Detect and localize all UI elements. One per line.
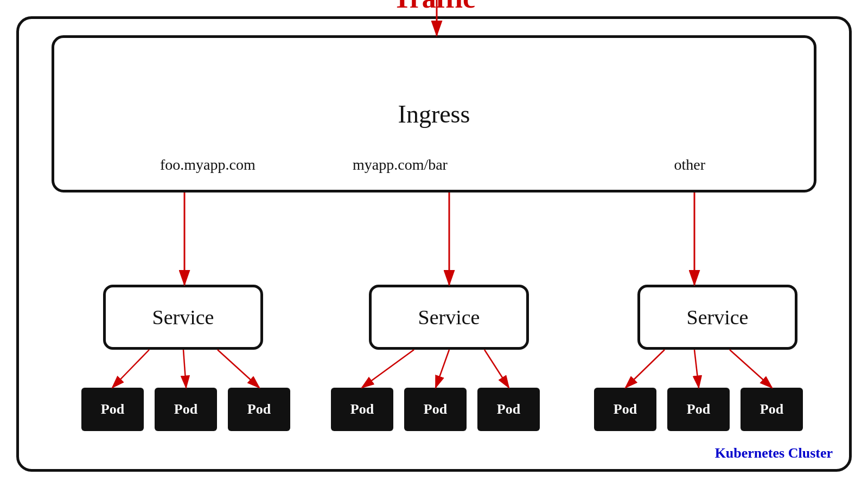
- pod-1-3: Pod: [228, 388, 290, 431]
- pod-2-2: Pod: [404, 388, 467, 431]
- pod-label-3-2: Pod: [687, 401, 710, 418]
- kubernetes-cluster-border: Traffic Ingress foo.myapp.com myapp.com/…: [16, 16, 852, 472]
- pod-3-1: Pod: [594, 388, 656, 431]
- svg-line-7: [218, 350, 259, 388]
- pod-2-3: Pod: [477, 388, 540, 431]
- svg-line-11: [626, 350, 665, 388]
- service-label-1: Service: [152, 305, 214, 329]
- pod-1-2: Pod: [155, 388, 217, 431]
- traffic-label: Traffic: [393, 0, 475, 14]
- pod-label-2-3: Pod: [497, 401, 520, 418]
- pod-2-1: Pod: [331, 388, 393, 431]
- svg-line-5: [112, 350, 149, 388]
- pod-label-3-3: Pod: [760, 401, 783, 418]
- pod-1-1: Pod: [81, 388, 144, 431]
- pod-3-3: Pod: [741, 388, 803, 431]
- svg-line-8: [362, 350, 414, 388]
- svg-line-6: [183, 350, 186, 388]
- pod-3-2: Pod: [667, 388, 730, 431]
- ingress-label: Ingress: [398, 100, 470, 129]
- pod-label-2-2: Pod: [424, 401, 447, 418]
- pod-label-1-3: Pod: [247, 401, 271, 418]
- pod-label-3-1: Pod: [614, 401, 637, 418]
- svg-line-9: [436, 350, 449, 388]
- route1-label: foo.myapp.com: [160, 156, 256, 174]
- service-box-3: Service: [637, 285, 797, 350]
- service-label-2: Service: [418, 305, 480, 329]
- pod-label-2-1: Pod: [350, 401, 374, 418]
- svg-line-10: [484, 350, 509, 388]
- service-box-2: Service: [369, 285, 529, 350]
- service-label-3: Service: [687, 305, 749, 329]
- kubernetes-cluster-label: Kubernetes Cluster: [715, 445, 833, 461]
- pod-label-1-1: Pod: [101, 401, 124, 418]
- service-box-1: Service: [103, 285, 263, 350]
- pod-label-1-2: Pod: [174, 401, 197, 418]
- svg-line-13: [730, 350, 772, 388]
- ingress-box: Ingress foo.myapp.com myapp.com/bar othe…: [52, 35, 816, 192]
- route3-label: other: [674, 156, 705, 174]
- route2-label: myapp.com/bar: [353, 156, 448, 174]
- svg-line-12: [694, 350, 699, 388]
